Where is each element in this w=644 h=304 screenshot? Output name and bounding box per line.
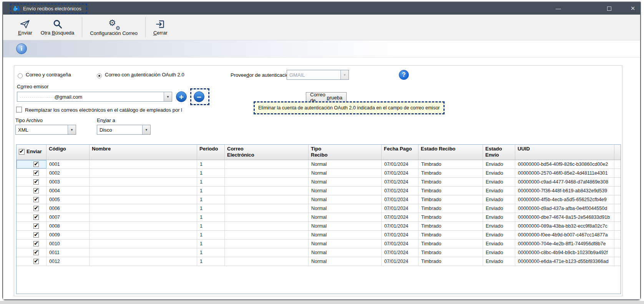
row-uuid-cell[interactable]: 00000000-f0ee-4b9d-b007-c467cc14877a (515, 231, 614, 239)
row-correo-cell[interactable] (225, 240, 309, 248)
row-estado-recibo-cell[interactable]: Timbrado (418, 187, 483, 195)
table-row[interactable]: 0010 1 Normal 07/01/2024 Timbrado Enviad… (17, 240, 621, 248)
row-fecha-pago-cell[interactable]: 07/01/2024 (382, 240, 418, 248)
radio-correo-oauth[interactable] (97, 73, 102, 78)
table-row[interactable]: 0001 1 Normal 07/01/2024 Timbrado Enviad… (17, 160, 621, 169)
row-periodo-cell[interactable]: 1 (197, 222, 225, 230)
info-icon[interactable]: i (16, 43, 27, 54)
row-uuid-cell[interactable]: 00000000-2570-46f0-85e2-4d48111e4301 (515, 169, 614, 177)
row-nombre-cell[interactable] (90, 231, 197, 239)
row-uuid-cell[interactable]: 00000000-7f36-448f-b619-ab8432e9d539 (515, 187, 614, 195)
row-periodo-cell[interactable]: 1 (197, 257, 225, 266)
table-row[interactable]: 0009 1 Normal 07/01/2024 Timbrado Enviad… (17, 231, 621, 240)
row-estado-envio-cell[interactable]: Enviado (483, 240, 515, 248)
row-codigo-cell[interactable]: 0007 (46, 213, 90, 221)
table-row[interactable]: 0007 1 Normal 07/01/2024 Timbrado Enviad… (17, 213, 621, 222)
minimize-button[interactable]: — (552, 2, 565, 15)
row-tipo-recibo-cell[interactable]: Normal (309, 160, 382, 169)
table-row[interactable]: 0002 1 Normal 07/01/2024 Timbrado Enviad… (17, 169, 621, 178)
enviar-a-combobox[interactable]: Disco ▼ (97, 125, 151, 135)
row-enviar-cell[interactable] (17, 195, 46, 204)
row-tipo-recibo-cell[interactable]: Normal (309, 204, 382, 213)
maximize-button[interactable] (603, 2, 616, 15)
row-codigo-cell[interactable]: 0001 (46, 160, 90, 169)
row-codigo-cell[interactable]: 0005 (46, 195, 90, 204)
table-row[interactable]: 0006 1 Normal 07/01/2024 Timbrado Enviad… (17, 204, 621, 213)
toolbar-configuracion-correo-button[interactable]: ⚙⚙ Configuración Correo (86, 15, 142, 40)
row-correo-cell[interactable] (225, 187, 309, 195)
row-periodo-cell[interactable]: 1 (197, 248, 225, 257)
help-icon[interactable]: ? (399, 70, 409, 80)
row-fecha-pago-cell[interactable]: 07/01/2024 (382, 195, 418, 204)
row-nombre-cell[interactable] (90, 257, 197, 266)
row-fecha-pago-cell[interactable]: 07/01/2024 (382, 257, 418, 266)
row-estado-recibo-cell[interactable]: Timbrado (418, 160, 483, 169)
row-estado-envio-cell[interactable]: Enviado (483, 257, 515, 266)
row-periodo-cell[interactable]: 1 (197, 240, 225, 248)
row-correo-cell[interactable] (225, 169, 309, 177)
table-row[interactable]: 0004 1 Normal 07/01/2024 Timbrado Enviad… (17, 187, 621, 195)
row-correo-cell[interactable] (225, 222, 309, 230)
row-estado-envio-cell[interactable]: Enviado (483, 248, 515, 257)
row-estado-recibo-cell[interactable]: Timbrado (418, 195, 483, 204)
row-estado-recibo-cell[interactable]: Timbrado (418, 248, 483, 257)
row-fecha-pago-cell[interactable]: 07/01/2024 (382, 248, 418, 257)
row-estado-envio-cell[interactable]: Enviado (483, 213, 515, 221)
row-fecha-pago-cell[interactable]: 07/01/2024 (382, 222, 418, 230)
row-periodo-cell[interactable]: 1 (197, 213, 225, 221)
row-fecha-pago-cell[interactable]: 07/01/2024 (382, 178, 418, 186)
sender-email-combobox[interactable]: ·················@gmail.com ▼ (17, 92, 172, 102)
row-fecha-pago-cell[interactable]: 07/01/2024 (382, 169, 418, 177)
row-estado-envio-cell[interactable]: Enviado (483, 222, 515, 230)
row-estado-recibo-cell[interactable]: Timbrado (418, 204, 483, 213)
row-tipo-recibo-cell[interactable]: Normal (309, 222, 382, 230)
table-row[interactable]: 0011 1 Normal 07/01/2024 Timbrado Enviad… (17, 248, 621, 257)
row-nombre-cell[interactable] (90, 240, 197, 248)
row-estado-recibo-cell[interactable]: Timbrado (418, 240, 483, 248)
row-nombre-cell[interactable] (90, 178, 197, 186)
row-enviar-checkbox[interactable] (33, 197, 39, 202)
row-correo-cell[interactable] (225, 204, 309, 213)
row-nombre-cell[interactable] (90, 169, 197, 177)
row-tipo-recibo-cell[interactable]: Normal (309, 213, 382, 221)
row-correo-cell[interactable] (225, 178, 309, 186)
toolbar-cerrar-button[interactable]: Cerrar (149, 15, 172, 40)
row-codigo-cell[interactable]: 0011 (46, 248, 90, 257)
replace-emails-checkbox[interactable] (16, 107, 22, 112)
row-estado-recibo-cell[interactable]: Timbrado (418, 231, 483, 239)
row-correo-cell[interactable] (225, 248, 309, 257)
row-nombre-cell[interactable] (90, 204, 197, 213)
row-tipo-recibo-cell[interactable]: Normal (309, 195, 382, 204)
row-enviar-cell[interactable] (17, 187, 46, 195)
row-enviar-checkbox[interactable] (33, 162, 39, 167)
row-estado-recibo-cell[interactable]: Timbrado (418, 178, 483, 186)
row-enviar-cell[interactable] (17, 248, 46, 257)
row-tipo-recibo-cell[interactable]: Normal (309, 169, 382, 177)
row-nombre-cell[interactable] (90, 222, 197, 230)
row-estado-envio-cell[interactable]: Enviado (483, 187, 515, 195)
row-estado-envio-cell[interactable]: Enviado (483, 169, 515, 177)
table-row[interactable]: 0003 1 Normal 07/01/2024 Timbrado Enviad… (17, 178, 621, 187)
row-periodo-cell[interactable]: 1 (197, 195, 225, 204)
row-codigo-cell[interactable]: 0012 (46, 257, 90, 266)
row-tipo-recibo-cell[interactable]: Normal (309, 231, 382, 239)
row-enviar-checkbox[interactable] (33, 179, 39, 185)
row-enviar-cell[interactable] (17, 178, 46, 186)
row-enviar-checkbox[interactable] (33, 250, 39, 255)
radio-correo-contrasena-label[interactable]: Correo y contraseña (26, 72, 71, 78)
toolbar-otra-busqueda-button[interactable]: Otra Búsqueda (37, 15, 78, 40)
row-estado-recibo-cell[interactable]: Timbrado (418, 257, 483, 266)
row-enviar-cell[interactable] (17, 257, 46, 266)
row-fecha-pago-cell[interactable]: 07/01/2024 (382, 231, 418, 239)
row-estado-recibo-cell[interactable]: Timbrado (418, 169, 483, 177)
row-periodo-cell[interactable]: 1 (197, 169, 225, 177)
row-correo-cell[interactable] (225, 160, 309, 169)
row-uuid-cell[interactable]: 00000000-089a-43ba-bb32-ecc9f8a02c7c (515, 222, 614, 230)
row-codigo-cell[interactable]: 0003 (46, 178, 90, 186)
table-row[interactable]: 0012 1 Normal 07/01/2024 Timbrado Enviad… (17, 257, 621, 266)
row-estado-envio-cell[interactable]: Enviado (483, 231, 515, 239)
row-correo-cell[interactable] (225, 257, 309, 266)
chevron-down-icon[interactable]: ▼ (142, 125, 150, 134)
row-tipo-recibo-cell[interactable]: Normal (309, 257, 382, 266)
row-fecha-pago-cell[interactable]: 07/01/2024 (382, 160, 418, 169)
